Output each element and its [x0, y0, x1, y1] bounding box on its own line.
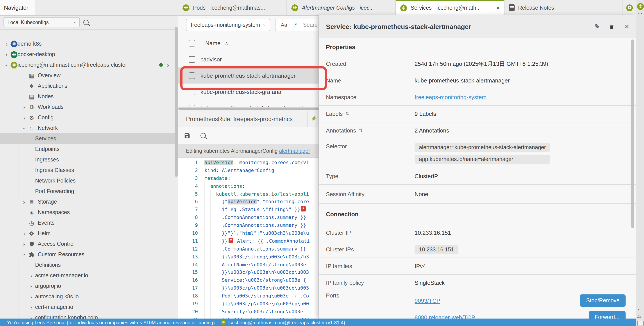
sort-toggle-icon[interactable]: ⇅ [359, 128, 362, 134]
sidebar-item-workloads[interactable]: ›⧉Workloads [0, 102, 175, 112]
tree-indent-line [18, 134, 18, 196]
chevron-right-icon[interactable]: › [20, 104, 28, 110]
chevron-right-icon[interactable]: › [3, 40, 10, 47]
kubeconfig-select[interactable]: Local Kubeconfigs › [4, 17, 80, 27]
sidebar-item-access-control[interactable]: ›Access Control [0, 239, 175, 249]
sidebar-item-label: Network Policies [35, 178, 76, 184]
chevron-right-icon[interactable]: › [27, 304, 35, 310]
sidebar-item-configuration-konghq-com[interactable]: ›configuration.konghq.com [0, 312, 175, 318]
chevron-right-icon[interactable]: › [20, 114, 28, 121]
sidebar-item-custom-resources[interactable]: ›Custom Resources [0, 249, 175, 260]
sidebar-scrollbar[interactable] [175, 27, 178, 177]
sidebar-item-cert-manager-io[interactable]: ›cert-manager.io [0, 302, 175, 312]
chevron-down-icon[interactable]: › [21, 250, 28, 258]
warning-icon[interactable]: ⚠ [637, 313, 641, 319]
sidebar-item-ingresses[interactable]: Ingresses [0, 154, 175, 165]
tab-pods-icecheng-mathmas[interactable]: ☸Pods - icecheng@mathmas... [178, 0, 287, 15]
sidebar-item-namespaces[interactable]: ◈Namespaces [0, 207, 175, 218]
sidebar-item-demo-k8s[interactable]: ›☸demo-k8s [0, 38, 175, 49]
match-case-icon[interactable]: Aa [281, 22, 287, 28]
sidebar-item-docker-desktop[interactable]: ›☸docker-desktop [0, 49, 175, 60]
sidebar-item-nodes[interactable]: ▤Nodes [0, 91, 175, 102]
alertmanagerconfig-link[interactable]: alertmanager [279, 148, 310, 154]
chevron-right-icon[interactable]: › [166, 62, 171, 68]
sidebar-item-autoscaling-k8s-io[interactable]: ›autoscaling.k8s.io [0, 291, 175, 302]
row-checkbox[interactable] [189, 56, 195, 62]
chevron-right-icon[interactable]: › [20, 230, 28, 237]
chevron-right-icon[interactable]: › [20, 198, 28, 205]
chevron-right-icon[interactable]: › [27, 314, 35, 318]
sidebar-item-ingress-classes[interactable]: Ingress Classes [0, 165, 175, 176]
tab-cluster-mini[interactable]: ☸ [622, 0, 636, 15]
detail-scrollbar[interactable] [631, 40, 634, 228]
sort-toggle-icon[interactable]: ⇅ [346, 111, 350, 117]
chevron-right-icon[interactable]: › [20, 241, 28, 247]
close-icon[interactable]: × [496, 4, 500, 12]
tab-services-icecheng-math[interactable]: ☸Services - icecheng@math...× [396, 0, 504, 16]
row-checkbox[interactable] [189, 88, 195, 95]
row-checkbox[interactable] [189, 72, 195, 79]
namespace-link[interactable]: freeleaps-monitoring-system [414, 94, 486, 100]
sidebar-item-services[interactable]: Services [0, 134, 175, 144]
close-icon[interactable]: × [622, 15, 632, 38]
sidebar-item-storage[interactable]: ›≣Storage [0, 196, 175, 207]
chevron-right-icon[interactable]: › [27, 283, 35, 289]
sidebar-item-icecheng-mathmast-com-freeleaps-cluster[interactable]: ›☸icecheng@mathmast.com@freeleaps-cluste… [0, 60, 175, 70]
code-token: kubectl.kubernetes.io/last-appli [216, 191, 309, 197]
right-edge-strip: ☸ ⋯ ‹ ⚠ [636, 0, 644, 326]
sidebar-item-applications[interactable]: ❖Applications [0, 81, 175, 91]
sidebar-item-label: Nodes [38, 94, 54, 100]
service-name: cadvisor [200, 56, 222, 62]
sidebar-item-helm[interactable]: ›☸Helm [0, 228, 175, 239]
cluster-status[interactable]: ☸ icecheng@mathmast.com@freeleaps-cluste… [221, 320, 345, 325]
line-number: 2 [178, 167, 204, 175]
sidebar-item-endpoints[interactable]: Endpoints [0, 144, 175, 154]
sidebar-item-acme-cert-manager-io[interactable]: ›acme.cert-manager.io [0, 270, 175, 281]
line-number: 17 [178, 284, 204, 292]
chevron-down-icon[interactable]: › [3, 61, 10, 69]
sidebar-item-config[interactable]: ›⚙Config [0, 112, 175, 123]
sidebar-item-label: Helm [38, 230, 50, 236]
sidebar-item-overview[interactable]: ▦Overview [0, 70, 175, 81]
tab-release-notes[interactable]: Release Notes [504, 0, 613, 15]
sidebar-item-definitions[interactable]: Definitions [0, 260, 175, 270]
chevron-right-icon[interactable]: › [27, 293, 35, 300]
indent-guide [204, 190, 210, 198]
tab-label: Alertmanager Configs - icec... [302, 4, 374, 11]
overflow-dots-icon[interactable]: ⋯ [638, 10, 642, 16]
indent-guide [216, 300, 222, 308]
editor-search-icon[interactable] [200, 133, 206, 138]
indent-guide [210, 222, 216, 230]
indent-guide [210, 253, 216, 261]
chevron-right-icon[interactable]: › [3, 51, 10, 58]
chevron-left-icon[interactable]: ‹ [638, 306, 640, 312]
kubernetes-icon[interactable]: ☸ [637, 3, 644, 10]
chevron-down-icon[interactable]: › [21, 124, 28, 132]
column-header-name[interactable]: Name [205, 40, 220, 46]
row-checkbox[interactable] [189, 105, 195, 107]
sidebar-item-network[interactable]: ›↑↓Network [0, 123, 175, 134]
chevron-right-icon[interactable]: › [27, 272, 35, 279]
indent-guide [204, 230, 210, 237]
sort-asc-icon[interactable]: ∧ [225, 40, 228, 46]
port-action-button[interactable]: Stop/Remove [580, 294, 626, 307]
tab-alertmanager-configs-icec[interactable]: ☸Alertmanager Configs - icec... [287, 0, 396, 15]
port-link[interactable]: 8080:reloader-web/TCP [414, 314, 475, 318]
regex-icon[interactable]: .* [293, 22, 297, 28]
sidebar-item-argoproj-io[interactable]: ›argoproj.io [0, 281, 175, 291]
navigator-panel-tab[interactable]: Navigator [0, 0, 35, 15]
namespace-select[interactable]: freeleaps-monitoring-system › [186, 19, 270, 31]
save-icon[interactable] [184, 132, 190, 139]
port-action-button[interactable]: Forward... [588, 311, 626, 318]
sidebar-item-network-policies[interactable]: Network Policies [0, 176, 175, 186]
sidebar-item-events[interactable]: ◷Events [0, 218, 175, 228]
line-number: 10 [178, 230, 204, 237]
edit-icon[interactable]: ✎ [592, 15, 602, 38]
search-icon[interactable] [83, 20, 88, 25]
sidebar-item-port-forwarding[interactable]: Port Forwarding [0, 186, 175, 196]
select-all-checkbox[interactable] [189, 40, 195, 46]
delete-icon[interactable] [606, 15, 617, 38]
indent-guide [210, 292, 216, 300]
port-link[interactable]: 9093/TCP [414, 297, 440, 304]
edit-icon[interactable]: ✎ [311, 115, 316, 123]
